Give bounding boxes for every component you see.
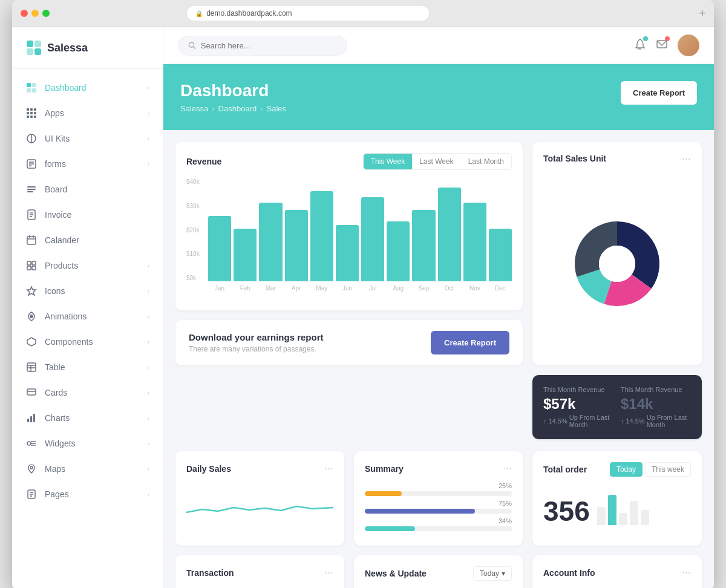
svg-rect-10: [34, 108, 36, 111]
daily-sales-menu[interactable]: ···: [324, 462, 333, 475]
revenue-bar-10: [463, 203, 486, 281]
earnings-create-report-button[interactable]: Create Report: [431, 331, 509, 354]
nav-arrow-icons: ›: [148, 288, 149, 295]
sidebar-item-animations[interactable]: Animations ›: [12, 304, 163, 329]
sidebar-item-widgets[interactable]: Widgets ›: [12, 431, 163, 456]
transaction-title: Transaction: [186, 568, 234, 578]
first-row: Revenue This Week Last Week Last Month $…: [163, 130, 714, 451]
url-bar[interactable]: 🔒 demo.dashboardpack.com: [187, 6, 429, 21]
nav-arrow-uikits: ›: [148, 136, 149, 142]
minimize-dot[interactable]: [31, 10, 39, 17]
account-title: Account Info: [543, 568, 595, 578]
nav-arrow-components: ›: [148, 339, 149, 345]
summary-menu[interactable]: ···: [503, 462, 512, 475]
nav-arrow-products: ›: [148, 263, 149, 269]
revenue-bar-2: [259, 203, 282, 281]
svg-rect-14: [27, 116, 29, 118]
sidebar-item-maps[interactable]: Maps ›: [12, 456, 163, 482]
summary-bar-1: 25%: [365, 482, 512, 496]
stats-dark-card: This Month Revenue $57k ↑ 14.5% Up From …: [532, 375, 702, 439]
main-content: Dashboard Salessa › Dashboard › Sales Cr…: [163, 27, 714, 588]
icons-icon: [25, 285, 38, 297]
nav-arrow-cards: ›: [148, 390, 149, 396]
svg-rect-48: [33, 414, 35, 422]
revenue-bar-8: [412, 210, 435, 281]
user-avatar[interactable]: [678, 34, 699, 56]
breadcrumb-salessa: Salessa: [180, 104, 208, 113]
account-menu[interactable]: ···: [682, 566, 691, 579]
products-icon: [25, 260, 38, 272]
sidebar-item-uikits[interactable]: UI Kits ›: [12, 126, 163, 151]
sidebar-item-forms[interactable]: forms ›: [12, 151, 163, 177]
sidebar-item-components[interactable]: Components ›: [12, 329, 163, 354]
stat-right-change: ↑ 14.5% Up From Last Month: [621, 414, 691, 428]
nav-arrow-dashboard: ›: [148, 85, 149, 91]
new-tab-button[interactable]: +: [699, 7, 705, 20]
sidebar-item-label: Calander: [45, 235, 79, 245]
sidebar-item-invoice[interactable]: Invoice: [12, 202, 163, 227]
widgets-icon: [25, 437, 38, 449]
cards-icon: [25, 387, 38, 399]
search-icon: [188, 41, 196, 50]
tab-last-week[interactable]: Last Week: [412, 154, 460, 169]
notification-badge: [643, 36, 648, 41]
account-header: Account Info ···: [543, 566, 691, 579]
x-label-May: May: [310, 285, 333, 292]
sidebar-item-label: Invoice: [45, 210, 71, 220]
svg-rect-15: [30, 116, 33, 118]
svg-rect-46: [27, 419, 29, 422]
mail-button[interactable]: [656, 38, 668, 53]
bar-fill-2: [365, 509, 475, 514]
bar-fill-3: [365, 526, 415, 531]
order-tab-this-week[interactable]: This week: [645, 462, 691, 477]
sidebar-item-cards[interactable]: Cards ›: [12, 380, 163, 405]
order-tab-today[interactable]: Today: [610, 462, 643, 477]
sidebar-item-dashboard[interactable]: Dashboard ›: [12, 75, 163, 100]
sidebar-item-charts[interactable]: Charts ›: [12, 405, 163, 431]
svg-line-59: [194, 47, 195, 48]
sidebar-item-label: Pages: [45, 489, 69, 499]
summary-bars: 25% 75% 34%: [365, 482, 512, 531]
nav-arrow-table: ›: [148, 364, 149, 371]
notification-button[interactable]: [634, 38, 646, 53]
earnings-text: Download your earnings report There are …: [189, 332, 324, 353]
sidebar-item-apps[interactable]: Apps ›: [12, 100, 163, 126]
sidebar-item-products[interactable]: Products ›: [12, 253, 163, 278]
sidebar: Salessa Dashboard › Apps ›: [12, 27, 163, 588]
tab-this-week[interactable]: This Week: [364, 154, 412, 169]
sidebar-item-label: UI Kits: [45, 134, 70, 143]
sidebar-item-label: Apps: [45, 108, 64, 118]
close-dot[interactable]: [21, 10, 28, 17]
tab-last-month[interactable]: Last Month: [461, 154, 511, 169]
create-report-button[interactable]: Create Report: [621, 81, 697, 105]
summary-title: Summary: [365, 464, 404, 474]
svg-rect-23: [27, 186, 36, 188]
sales-menu-button[interactable]: ···: [682, 153, 691, 164]
transaction-menu[interactable]: ···: [324, 566, 333, 579]
second-row: Daily Sales ··· Summary ···: [163, 451, 714, 555]
maps-icon: [25, 463, 38, 475]
sales-card-header: Total Sales Unit ···: [543, 153, 691, 164]
sidebar-item-board[interactable]: Board: [12, 177, 163, 202]
order-header: Total order Today This week: [543, 462, 691, 477]
uikits-icon: [25, 132, 38, 145]
logo-text: Salessa: [47, 42, 88, 54]
daily-sales-chart: [186, 482, 333, 531]
sidebar-item-pages[interactable]: Pages ›: [12, 482, 163, 507]
x-label-Dec: Dec: [489, 285, 512, 292]
sidebar-item-calander[interactable]: Calander: [12, 227, 163, 253]
sidebar-item-table[interactable]: Table ›: [12, 354, 163, 380]
news-filter-button[interactable]: Today ▾: [473, 566, 512, 581]
sidebar-item-label: Maps: [45, 464, 65, 474]
transaction-header: Transaction ···: [186, 566, 333, 579]
sidebar-item-icons[interactable]: Icons ›: [12, 278, 163, 304]
svg-rect-36: [27, 266, 31, 270]
maximize-dot[interactable]: [42, 10, 50, 17]
dashboard-icon: [25, 82, 38, 94]
chart-bars: [186, 178, 512, 281]
x-label-Jan: Jan: [208, 285, 231, 292]
search-input[interactable]: [201, 41, 337, 50]
app-container: Salessa Dashboard › Apps ›: [12, 27, 714, 588]
sales-title: Total Sales Unit: [543, 154, 606, 163]
revenue-card-header: Revenue This Week Last Week Last Month: [186, 153, 512, 170]
